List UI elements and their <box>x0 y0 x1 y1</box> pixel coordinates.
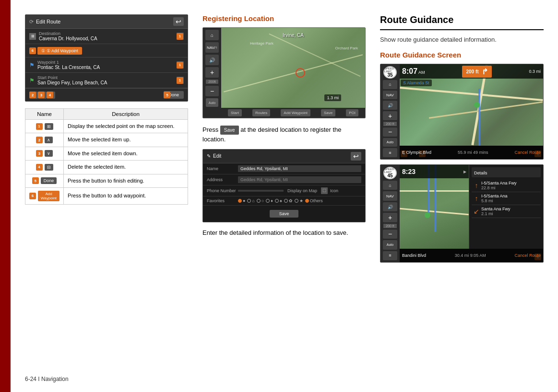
nav-home-btn-1[interactable]: ⌂ <box>383 80 397 89</box>
form-save-btn[interactable]: Save <box>270 210 298 218</box>
save-btn-inline[interactable]: Save <box>220 126 239 135</box>
nav-left-panel-2: SPEED LIMIT 45 ⌂ NAV 🔊 + 200 ft − Auto ≡ <box>380 165 400 262</box>
zoom-level-display: 200ft <box>206 80 218 84</box>
fav-option-others[interactable]: Others <box>305 198 323 203</box>
map-crosshair <box>296 68 305 78</box>
nav-auto-btn-1[interactable]: Auto <box>383 138 397 147</box>
fav-option-4[interactable]: ♦ <box>266 198 273 203</box>
waypoint1-row: ⚑ Waypoint 1 Pontiac St. La Crescenta, C… <box>25 58 188 73</box>
nav-menu-icon-2[interactable]: ≡ <box>383 251 397 260</box>
nav-scale-1: 200 ft <box>383 122 397 126</box>
nav2-time: 8:23 <box>402 168 416 175</box>
table-row-4: 4 ⊟ Delete the selected item. <box>25 161 188 174</box>
start-btn[interactable]: Start <box>228 109 242 116</box>
fav-option-1[interactable]: ● <box>238 198 245 203</box>
bottom-controls-del: 4 ⊟ <box>47 92 55 99</box>
dest-arrow-2: ↑ <box>472 195 481 202</box>
icon-cell-6: 6 Add Waypoint <box>29 191 59 201</box>
dest-arrow-3: ↙ <box>472 208 481 215</box>
dest-name-3: Santa Ana Fwy <box>481 207 541 211</box>
footer: 6-24 I Navigation <box>25 371 544 382</box>
table-cell-desc-1: Display the selected point on the map sc… <box>64 120 188 133</box>
dest-dist-1: 22.8 mi <box>481 185 541 190</box>
nav1-turn-arrow: ↱ <box>482 67 488 76</box>
start-point-row: ⚑ Start Point San Diego Fwy, Long Beach,… <box>25 73 188 88</box>
nav-zoom-in-2[interactable]: + <box>383 213 397 222</box>
main-columns: ⟳ Edit Route ↩ ⊞ Destination Caverna Dr.… <box>25 14 544 371</box>
nav-auto-btn-2[interactable]: Auto <box>383 240 397 249</box>
zoom-out-btn[interactable]: − <box>205 86 219 96</box>
park-label-2: Orchard Park <box>335 46 358 50</box>
nav-zoom-out-2[interactable]: − <box>383 230 397 239</box>
radio-dot-others <box>305 199 309 203</box>
badge-3: 3 <box>38 92 45 98</box>
nav-zoom-out-1[interactable]: − <box>383 127 397 137</box>
display-on-map-toggle[interactable]: ☐ <box>321 187 328 194</box>
table-cell-desc-5: Press the button to finish editing. <box>64 174 188 187</box>
nav-map-btn[interactable]: NAV/↑ <box>205 42 219 53</box>
add-waypoint-label: ① Add Waypoint <box>47 48 78 53</box>
dest-row-2: ↑ I-5/Santa Ana 5.8 mi <box>472 192 541 205</box>
fav-option-6[interactable]: ✿ <box>284 198 293 203</box>
routes-btn[interactable]: Routes <box>252 109 270 116</box>
poi-btn[interactable]: POI <box>346 109 358 116</box>
fav-option-2[interactable]: ⌂ <box>247 198 254 203</box>
destination-icon: ⊞ <box>29 33 36 40</box>
nav-menu-btn-2[interactable]: NAV <box>383 191 397 200</box>
form-title: ✎ Edit <box>207 153 221 159</box>
num-5: 5 <box>32 177 39 184</box>
route-guidance-screen-title: Route Guidance Screen <box>380 51 544 59</box>
add-waypoint-btn[interactable]: ① ① Add Waypoint <box>37 47 82 55</box>
name-row: Name Geddes Rd, Ypsilanti, MI <box>203 163 365 174</box>
fav-option-7[interactable]: ★ <box>295 198 303 203</box>
fav-option-5[interactable]: ♠ <box>275 198 282 203</box>
dest-dist-3: 2.1 mi <box>481 211 541 216</box>
nav1-cancel-route[interactable]: Cancel Route <box>514 150 541 155</box>
nav2-travel-time: 30.4 mi 9:05 AM <box>455 253 486 258</box>
badge-1-dest: 1 <box>177 33 183 40</box>
nav-zoom-in-1[interactable]: + <box>383 111 397 120</box>
red-sidebar <box>0 0 11 392</box>
zoom-in-btn[interactable]: + <box>205 67 219 78</box>
route-recalc-icon: ⟳ <box>29 19 34 25</box>
nav2-extra: ▶ <box>463 170 466 174</box>
auto-map-btn[interactable]: Auto <box>206 98 218 107</box>
back-button[interactable]: ↩ <box>173 17 184 26</box>
up-icon-btn: ∧ <box>45 137 53 143</box>
address-value[interactable]: Geddes Rd, Ypsilanti, MI <box>238 176 361 183</box>
nav1-turn-dist: 200 ft <box>466 69 478 74</box>
add-waypoint-map-btn[interactable]: Add Waypoint <box>281 109 310 116</box>
press-save-text: Press Save at the desired location to re… <box>202 125 366 144</box>
form-back-btn[interactable]: ↩ <box>351 152 361 161</box>
details-header: Details <box>472 167 541 177</box>
volume-map-btn[interactable]: 🔊 <box>205 55 219 65</box>
nav2-cancel-route[interactable]: Cancel Route <box>514 253 541 258</box>
phone-value[interactable] <box>238 190 284 192</box>
map-distance-badge: 1.3 mi <box>324 94 341 101</box>
nav2-right-panel: Details ↑ I-5/Santa Ana Fwy 22.8 mi ↑ I-… <box>469 165 543 249</box>
table-cell-icon-4: 4 ⊟ <box>25 161 64 174</box>
delete-icon-btn: ⊟ <box>45 164 53 171</box>
icon-cell-2: 2 ∧ <box>29 137 59 143</box>
middle-column: Registering Location ⌂ NAV/↑ 🔊 + 200ft −… <box>202 14 366 371</box>
destination-label: Destination <box>39 31 97 36</box>
nav-menu-btn-1[interactable]: NAV <box>383 91 397 100</box>
table-cell-icon-6: 6 Add Waypoint <box>25 187 64 204</box>
table-cell-desc-4: Delete the selected item. <box>64 161 188 174</box>
route-item-left: ⊞ Destination Caverna Dr. Hollywood, CA <box>29 31 177 41</box>
name-value[interactable]: Geddes Rd, Ypsilanti, MI <box>238 165 361 172</box>
bottom-controls-down: 3 ∨ <box>38 92 47 99</box>
nav1-ampm: AM <box>418 70 425 75</box>
nav1-turn-box: 200 ft ↱ <box>462 66 491 78</box>
icon-label: Icon <box>330 188 361 193</box>
nav-vol-btn-2[interactable]: 🔊 <box>383 202 397 211</box>
start-point-left: ⚑ Start Point San Diego Fwy, Long Beach,… <box>29 75 177 85</box>
home-map-btn[interactable]: ⌂ <box>205 30 219 40</box>
nav-vol-btn-1[interactable]: 🔊 <box>383 101 397 110</box>
fav-option-3[interactable]: ○ <box>257 198 264 203</box>
save-map-btn[interactable]: Save <box>321 109 335 116</box>
nav-home-btn-2[interactable]: ⌂ <box>383 181 397 190</box>
fav-icon-4: ♦ <box>271 198 273 203</box>
nav1-top-bar: 8:07 AM 200 ft ↱ 0.3 mi <box>400 64 543 79</box>
nav-menu-icon-1[interactable]: ≡ <box>383 148 397 157</box>
